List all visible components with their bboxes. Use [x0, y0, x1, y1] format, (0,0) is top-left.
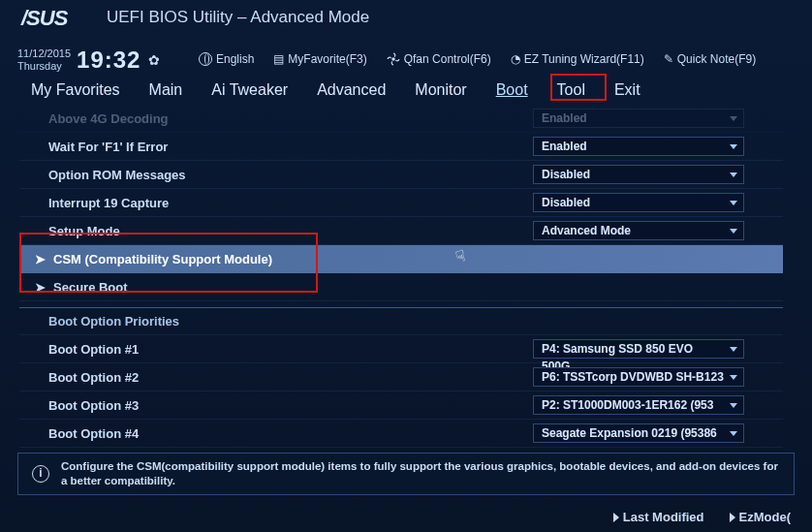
tab-bar: My Favorites Main Ai Tweaker Advanced Mo… [29, 78, 793, 103]
row-boot-4[interactable]: Boot Option #4 Seagate Expansion 0219 (9… [19, 420, 783, 448]
ezmode-button[interactable]: EzMode( [730, 510, 791, 524]
fan-icon [387, 52, 400, 66]
tab-boot[interactable]: Boot [494, 78, 530, 103]
label-priorities: Boot Option Priorities [48, 314, 179, 329]
datetime: 11/12/2015 Thursday 19:32 ✿ [17, 47, 160, 74]
settings-panel: Above 4G Decoding Enabled Wait For 'F1' … [19, 105, 783, 447]
language-button[interactable]: English [199, 52, 254, 66]
label-csm: CSM (Compatibility Support Module) [53, 252, 272, 266]
label-boot-1: Boot Option #1 [48, 342, 533, 357]
chevron-right-icon: ➤ [35, 280, 46, 295]
label-wait-f1: Wait For 'F1' If Error [48, 140, 533, 154]
help-bar: i Configure the CSM(compatibility suppor… [17, 453, 795, 495]
svg-point-0 [391, 57, 395, 61]
footer: Last Modified EzMode( [613, 510, 791, 524]
toolbar: English ▤ MyFavorite(F3) Qfan Control(F6… [199, 52, 756, 66]
time: 19:32 [77, 47, 141, 74]
myfavorite-label: MyFavorite(F3) [288, 52, 366, 66]
globe-icon [199, 52, 212, 66]
label-boot-2: Boot Option #2 [48, 370, 533, 385]
select-boot-3[interactable]: P2: ST1000DM003-1ER162 (953 [533, 395, 744, 415]
qfan-label: Qfan Control(F6) [404, 52, 491, 66]
label-above-4g: Above 4G Decoding [48, 111, 533, 126]
tab-exit[interactable]: Exit [612, 78, 642, 103]
asus-logo: /SUS [21, 6, 67, 31]
tab-myfavorites[interactable]: My Favorites [29, 78, 122, 103]
heading-boot-priorities: Boot Option Priorities [19, 307, 783, 335]
label-option-rom: Option ROM Messages [48, 168, 533, 182]
select-wait-f1[interactable]: Enabled [533, 137, 744, 156]
date: 11/12/2015 [17, 47, 71, 60]
select-setup-mode[interactable]: Advanced Mode [533, 221, 744, 240]
chevron-right-icon [613, 513, 619, 522]
quicknote-button[interactable]: ✎ Quick Note(F9) [664, 52, 756, 66]
row-int19[interactable]: Interrupt 19 Capture Disabled [19, 189, 783, 217]
chevron-right-icon [730, 513, 735, 522]
select-boot-1[interactable]: P4: Samsung SSD 850 EVO 500G [533, 339, 744, 359]
quicknote-label: Quick Note(F9) [677, 52, 756, 66]
chevron-right-icon: ➤ [35, 252, 46, 266]
select-boot-4[interactable]: Seagate Expansion 0219 (95386 [533, 423, 744, 443]
select-int19[interactable]: Disabled [533, 193, 744, 212]
help-text: Configure the CSM(compatibility support … [61, 459, 780, 488]
row-above-4g[interactable]: Above 4G Decoding Enabled [19, 105, 783, 133]
ezmode-label: EzMode( [739, 510, 791, 524]
tab-tool[interactable]: Tool [555, 78, 587, 103]
tab-advanced[interactable]: Advanced [315, 78, 388, 103]
language-label: English [216, 52, 254, 66]
label-boot-3: Boot Option #3 [48, 398, 533, 413]
info-icon: i [32, 465, 49, 483]
select-above-4g[interactable]: Enabled [533, 109, 744, 128]
bios-screen: /SUS UEFI BIOS Utility – Advanced Mode 1… [0, 0, 812, 532]
tab-aitweaker[interactable]: Ai Tweaker [209, 78, 290, 103]
tab-main[interactable]: Main [147, 78, 185, 103]
label-boot-4: Boot Option #4 [48, 426, 533, 441]
row-setup-mode[interactable]: Setup Mode Advanced Mode [19, 217, 783, 245]
label-setup-mode: Setup Mode [48, 224, 533, 238]
note-icon: ✎ [664, 52, 673, 66]
label-secure-boot: Secure Boot [53, 280, 128, 295]
label-int19: Interrupt 19 Capture [48, 196, 533, 210]
last-modified-label: Last Modified [623, 510, 704, 524]
gear-icon[interactable]: ✿ [148, 52, 160, 68]
eztuning-label: EZ Tuning Wizard(F11) [524, 52, 644, 66]
select-boot-2[interactable]: P6: TSSTcorp DVDWBD SH-B123 [533, 367, 744, 387]
day: Thursday [17, 60, 71, 73]
row-option-rom[interactable]: Option ROM Messages Disabled [19, 161, 783, 189]
eztuning-button[interactable]: ◔ EZ Tuning Wizard(F11) [511, 52, 644, 66]
row-secure-boot[interactable]: ➤ Secure Boot [19, 273, 783, 301]
select-option-rom[interactable]: Disabled [533, 165, 744, 184]
row-wait-f1[interactable]: Wait For 'F1' If Error Enabled [19, 133, 783, 161]
qfan-button[interactable]: Qfan Control(F6) [387, 52, 491, 66]
row-boot-2[interactable]: Boot Option #2 P6: TSSTcorp DVDWBD SH-B1… [19, 363, 783, 391]
row-boot-1[interactable]: Boot Option #1 P4: Samsung SSD 850 EVO 5… [19, 335, 783, 363]
tab-monitor[interactable]: Monitor [413, 78, 468, 103]
myfavorite-button[interactable]: ▤ MyFavorite(F3) [273, 52, 366, 66]
last-modified-button[interactable]: Last Modified [613, 510, 704, 524]
row-csm[interactable]: ➤ CSM (Compatibility Support Module) [19, 245, 783, 273]
wizard-icon: ◔ [511, 52, 520, 66]
page-title: UEFI BIOS Utility – Advanced Mode [107, 8, 369, 27]
page-icon: ▤ [273, 52, 284, 66]
row-boot-3[interactable]: Boot Option #3 P2: ST1000DM003-1ER162 (9… [19, 391, 783, 420]
